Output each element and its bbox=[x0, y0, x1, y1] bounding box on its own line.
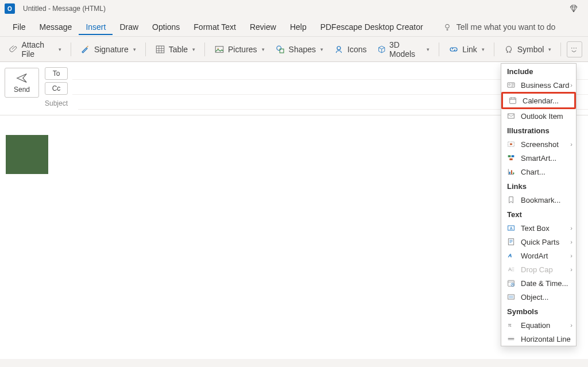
tell-me-label: Tell me what you want to do bbox=[457, 22, 556, 32]
chevron-right-icon: › bbox=[570, 322, 572, 329]
menu-text-box[interactable]: A Text Box › bbox=[501, 221, 576, 235]
menu-help[interactable]: Help bbox=[283, 19, 314, 35]
signature-button[interactable]: Signature▾ bbox=[77, 42, 140, 57]
menu-outlook-item[interactable]: Outlook Item bbox=[501, 109, 576, 123]
svg-rect-19 bbox=[509, 172, 510, 174]
divider bbox=[71, 43, 71, 56]
tell-me-search[interactable]: Tell me what you want to do bbox=[443, 22, 556, 32]
object-label: Object... bbox=[521, 293, 571, 302]
business-card-icon bbox=[506, 80, 516, 90]
window-title: Untitled - Message (HTML) bbox=[23, 5, 106, 13]
attach-file-button[interactable]: Attach File▾ bbox=[6, 38, 65, 61]
divider bbox=[204, 43, 205, 56]
table-button[interactable]: Table▾ bbox=[152, 42, 199, 57]
svg-point-0 bbox=[445, 24, 449, 28]
outlook-item-label: Outlook Item bbox=[521, 112, 571, 121]
horizontal-line-label: Horizontal Line bbox=[521, 335, 571, 343]
menu-review[interactable]: Review bbox=[243, 19, 283, 35]
send-icon bbox=[16, 72, 28, 84]
menu-format-text[interactable]: Format Text bbox=[187, 19, 243, 35]
menu-bar: File Message Insert Draw Options Format … bbox=[0, 17, 588, 37]
menu-drop-cap: A Drop Cap › bbox=[501, 262, 576, 276]
ribbon-overflow-menu: Include Business Card › Calendar... Outl… bbox=[501, 63, 577, 346]
svg-rect-2 bbox=[215, 46, 223, 52]
ribbon: Attach File▾ Signature▾ Table▾ Pictures▾… bbox=[0, 37, 588, 62]
inserted-shape[interactable] bbox=[6, 135, 48, 174]
svg-rect-24 bbox=[508, 239, 513, 245]
divider bbox=[145, 43, 146, 56]
text-box-icon: A bbox=[506, 223, 516, 233]
table-icon bbox=[155, 44, 165, 55]
menu-pdfescape[interactable]: PDFescape Desktop Creator bbox=[314, 19, 430, 35]
svg-point-8 bbox=[573, 48, 574, 49]
divider bbox=[439, 43, 439, 56]
menu-equation[interactable]: π Equation › bbox=[501, 318, 576, 332]
subject-label: Subject bbox=[45, 97, 74, 110]
object-icon bbox=[506, 292, 516, 302]
menu-wordart[interactable]: A WordArt › bbox=[501, 249, 576, 262]
menu-chart[interactable]: Chart... bbox=[501, 165, 576, 179]
pictures-icon bbox=[214, 44, 225, 55]
menu-date-time[interactable]: Date & Time... bbox=[501, 276, 576, 290]
3d-models-button[interactable]: 3D Models▾ bbox=[374, 38, 434, 61]
menu-bookmark[interactable]: Bookmark... bbox=[501, 193, 576, 207]
bookmark-label: Bookmark... bbox=[521, 196, 571, 204]
menu-smartart[interactable]: SmartArt... bbox=[501, 151, 576, 165]
compose-header: Send To Cc Subject bbox=[0, 62, 588, 115]
menu-object[interactable]: Object... bbox=[501, 290, 576, 304]
date-time-label: Date & Time... bbox=[521, 279, 571, 288]
chart-label: Chart... bbox=[521, 168, 571, 176]
text-box-label: Text Box bbox=[521, 224, 571, 233]
icons-button[interactable]: Icons bbox=[330, 42, 370, 57]
chevron-right-icon: › bbox=[570, 252, 572, 259]
outlook-item-icon bbox=[506, 111, 516, 121]
business-card-label: Business Card bbox=[521, 81, 571, 90]
svg-text:A: A bbox=[508, 253, 512, 258]
section-text: Text bbox=[501, 207, 576, 221]
ribbon-overflow-button[interactable] bbox=[567, 41, 582, 57]
smartart-label: SmartArt... bbox=[521, 154, 571, 163]
menu-draw[interactable]: Draw bbox=[113, 19, 145, 35]
shapes-icon bbox=[275, 44, 285, 55]
send-button[interactable]: Send bbox=[5, 68, 39, 98]
link-button[interactable]: Link▾ bbox=[445, 42, 488, 57]
menu-business-card[interactable]: Business Card › bbox=[501, 78, 576, 92]
menu-options[interactable]: Options bbox=[145, 19, 187, 35]
chevron-right-icon: › bbox=[570, 225, 572, 231]
wordart-icon: A bbox=[506, 250, 516, 261]
section-symbols: Symbols bbox=[501, 304, 576, 318]
icons-icon bbox=[334, 44, 344, 55]
equation-icon: π bbox=[506, 320, 516, 330]
svg-point-9 bbox=[575, 48, 577, 49]
menu-file[interactable]: File bbox=[6, 19, 33, 35]
menu-message[interactable]: Message bbox=[33, 19, 79, 35]
drop-cap-icon: A bbox=[506, 264, 516, 275]
bookmark-icon bbox=[506, 195, 516, 205]
cube-icon bbox=[377, 44, 386, 55]
to-button[interactable]: To bbox=[45, 67, 68, 80]
menu-insert[interactable]: Insert bbox=[79, 19, 113, 35]
symbol-button[interactable]: Symbol▾ bbox=[500, 42, 555, 57]
equation-label: Equation bbox=[521, 321, 571, 330]
menu-quick-parts[interactable]: Quick Parts › bbox=[501, 235, 576, 249]
shapes-button[interactable]: Shapes▾ bbox=[272, 42, 327, 57]
link-icon bbox=[448, 44, 459, 55]
table-label: Table bbox=[169, 45, 188, 54]
pictures-button[interactable]: Pictures▾ bbox=[211, 42, 268, 57]
signature-label: Signature bbox=[94, 45, 129, 54]
diamond-icon[interactable] bbox=[568, 3, 579, 14]
menu-calendar[interactable]: Calendar... bbox=[503, 94, 574, 107]
section-include: Include bbox=[501, 64, 576, 78]
svg-point-7 bbox=[571, 48, 572, 49]
menu-horizontal-line[interactable]: Horizontal Line bbox=[501, 332, 576, 346]
calendar-icon bbox=[508, 95, 518, 106]
pictures-label: Pictures bbox=[228, 45, 257, 54]
menu-screenshot[interactable]: Screenshot › bbox=[501, 137, 576, 151]
svg-rect-18 bbox=[509, 159, 512, 160]
section-illustrations: Illustrations bbox=[501, 123, 576, 137]
cc-button[interactable]: Cc bbox=[45, 82, 68, 95]
outlook-icon: O bbox=[5, 3, 15, 14]
message-body[interactable] bbox=[0, 115, 588, 359]
svg-text:π: π bbox=[508, 322, 512, 328]
svg-rect-17 bbox=[512, 155, 514, 157]
